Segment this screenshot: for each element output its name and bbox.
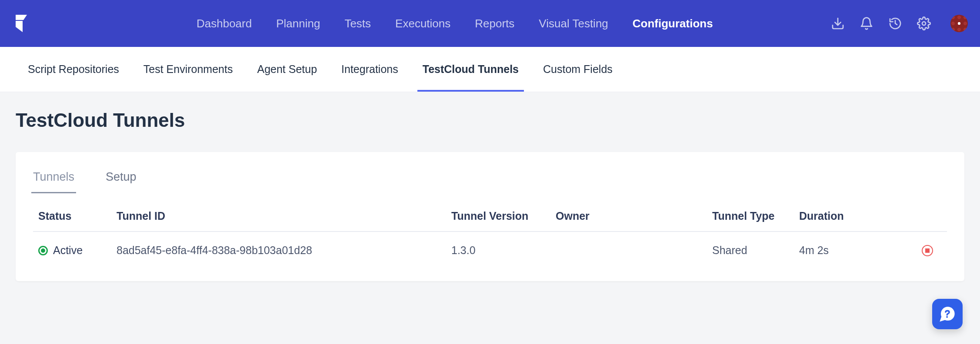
card-tabs: Tunnels Setup <box>33 152 947 193</box>
avatar[interactable] <box>950 15 968 32</box>
gear-icon[interactable] <box>917 16 931 31</box>
th-owner: Owner <box>550 201 707 232</box>
bell-icon[interactable] <box>859 16 874 31</box>
subnav-test-environments[interactable]: Test Environments <box>143 47 233 92</box>
card-tab-setup[interactable]: Setup <box>106 152 137 193</box>
config-subnav: Script Repositories Test Environments Ag… <box>0 47 980 92</box>
help-fab[interactable] <box>932 299 963 307</box>
card-tab-tunnels[interactable]: Tunnels <box>33 152 74 193</box>
subnav-testcloud-tunnels[interactable]: TestCloud Tunnels <box>423 47 519 92</box>
nav-reports[interactable]: Reports <box>475 17 514 30</box>
page-title: TestCloud Tunnels <box>16 109 964 131</box>
th-type: Tunnel Type <box>707 201 794 232</box>
product-logo[interactable] <box>14 14 197 33</box>
th-status: Status <box>33 201 111 232</box>
nav-dashboard[interactable]: Dashboard <box>197 17 252 30</box>
subnav-agent-setup[interactable]: Agent Setup <box>257 47 317 92</box>
cell-type: Shared <box>707 232 794 269</box>
nav-visual-testing[interactable]: Visual Testing <box>539 17 608 30</box>
cell-owner <box>550 232 707 269</box>
nav-planning[interactable]: Planning <box>276 17 320 30</box>
th-version: Tunnel Version <box>446 201 550 232</box>
status-dot-icon <box>38 246 48 255</box>
page-content: TestCloud Tunnels Tunnels Setup Status T… <box>0 92 980 307</box>
top-bar-icons <box>830 15 968 32</box>
status-chip: Active <box>38 244 106 257</box>
table-row: Active 8ad5af45-e8fa-4ff4-838a-98b103a01… <box>33 232 947 269</box>
table-header-row: Status Tunnel ID Tunnel Version Owner Tu… <box>33 201 947 232</box>
nav-executions[interactable]: Executions <box>395 17 450 30</box>
subnav-integrations[interactable]: Integrations <box>341 47 398 92</box>
main-nav: Dashboard Planning Tests Executions Repo… <box>197 17 830 30</box>
stop-tunnel-button[interactable] <box>922 245 933 256</box>
cell-tunnel-id: 8ad5af45-e8fa-4ff4-838a-98b103a01d28 <box>111 232 446 269</box>
tunnels-card: Tunnels Setup Status Tunnel ID Tunnel Ve… <box>16 152 964 281</box>
download-icon[interactable] <box>830 16 845 31</box>
cell-duration: 4m 2s <box>794 232 917 269</box>
svg-point-1 <box>922 22 926 25</box>
cell-version: 1.3.0 <box>446 232 550 269</box>
subnav-script-repositories[interactable]: Script Repositories <box>28 47 119 92</box>
top-nav-bar: Dashboard Planning Tests Executions Repo… <box>0 0 980 47</box>
nav-configurations[interactable]: Configurations <box>633 17 713 30</box>
history-icon[interactable] <box>888 16 903 31</box>
nav-tests[interactable]: Tests <box>344 17 371 30</box>
subnav-custom-fields[interactable]: Custom Fields <box>543 47 613 92</box>
th-duration: Duration <box>794 201 917 232</box>
th-tunnel-id: Tunnel ID <box>111 201 446 232</box>
status-text: Active <box>53 244 83 257</box>
th-action <box>917 201 947 232</box>
tunnels-table: Status Tunnel ID Tunnel Version Owner Tu… <box>33 201 947 269</box>
